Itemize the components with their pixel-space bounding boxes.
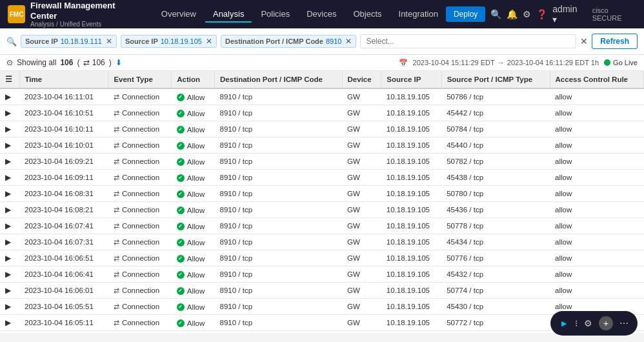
add-button[interactable]: +: [599, 316, 613, 330]
cell-acr: allow: [550, 234, 643, 250]
nav-devices[interactable]: Devices: [299, 6, 344, 23]
cell-action: ✓Allow: [172, 137, 215, 154]
cell-time: 2023-10-04 16:11:01: [19, 88, 108, 105]
cell-action: ✓Allow: [172, 283, 215, 299]
showing-text: Showing all: [17, 58, 56, 67]
logo-area: FMC Firewall Management Center Analysis …: [8, 1, 141, 28]
row-expander[interactable]: ▶: [0, 331, 19, 334]
cell-action: ✓Allow: [172, 218, 215, 234]
row-expander[interactable]: ▶: [0, 299, 19, 315]
col-event-type[interactable]: Event Type: [108, 71, 172, 88]
grid-icon[interactable]: ⁝: [575, 318, 578, 328]
cell-source-ip: 10.18.19.105: [381, 218, 441, 234]
row-expander[interactable]: ▶: [0, 170, 19, 186]
col-dest-port[interactable]: Destination Port / ICMP Code: [215, 71, 343, 88]
cell-action: ✓Allow: [172, 121, 215, 137]
cell-time: 2023-10-04 16:07:41: [19, 218, 108, 234]
breadcrumb: Analysis / Unified Events: [30, 21, 141, 28]
row-expander[interactable]: ▶: [0, 202, 19, 218]
nav-integration[interactable]: Integration: [391, 6, 446, 23]
row-expander[interactable]: ▶: [0, 250, 19, 267]
col-expander: ☰: [0, 71, 19, 88]
cell-time: 2023-10-04 16:08:21: [19, 202, 108, 218]
row-expander[interactable]: ▶: [0, 283, 19, 299]
download-icon[interactable]: ⬇: [116, 58, 122, 67]
cell-time: 2023-10-04 16:08:31: [19, 186, 108, 202]
cell-device: GW: [342, 331, 381, 334]
nav-overview[interactable]: Overview: [154, 6, 204, 23]
table-row: ▶2023-10-04 16:09:21⇄Connection✓Allow891…: [0, 154, 644, 170]
cell-action: ✓Allow: [172, 170, 215, 186]
gear-icon[interactable]: ⚙: [523, 9, 531, 19]
row-expander[interactable]: ▶: [0, 267, 19, 283]
cell-acr: allow: [550, 218, 643, 234]
remove-source-ip-1[interactable]: ✕: [106, 37, 112, 46]
nav-analysis[interactable]: Analysis: [205, 6, 252, 23]
table-options-icon[interactable]: ☰: [5, 75, 12, 83]
row-expander[interactable]: ▶: [0, 218, 19, 234]
row-expander[interactable]: ▶: [0, 315, 19, 331]
time-range: 2023-10-04 15:11:29 EDT → 2023-10-04 16:…: [413, 59, 599, 66]
cell-device: GW: [342, 218, 381, 234]
cell-time: 2023-10-04 16:05:11: [19, 315, 108, 331]
row-expander[interactable]: ▶: [0, 105, 19, 121]
calendar-icon: 📅: [399, 59, 408, 67]
cell-source-ip: 10.18.19.105: [381, 88, 441, 105]
cell-action: ✓Allow: [172, 88, 215, 105]
cell-source-port: 50774 / tcp: [441, 283, 550, 299]
cell-action: ✓Allow: [172, 202, 215, 218]
app-logo: FMC: [8, 5, 25, 23]
filter-chip-dest-port: Destination Port / ICMP Code 8910 ✕: [221, 35, 356, 48]
col-action[interactable]: Action: [172, 71, 215, 88]
nav-policies[interactable]: Policies: [253, 6, 297, 23]
nav-objects[interactable]: Objects: [345, 6, 389, 23]
col-time[interactable]: Time: [19, 71, 108, 88]
status-check-icon: ⊙: [6, 58, 13, 67]
cell-dest-port: 8910 / tcp: [215, 88, 343, 105]
refresh-button[interactable]: Refresh: [592, 34, 638, 49]
cell-dest-port: 8910 / tcp: [215, 137, 343, 154]
cell-time: 2023-10-04 16:10:51: [19, 105, 108, 121]
cell-action: ✓Allow: [172, 331, 215, 334]
col-device[interactable]: Device: [342, 71, 381, 88]
filter-search-icon[interactable]: 🔍: [6, 37, 17, 46]
go-live-button[interactable]: Go Live: [604, 59, 638, 66]
events-arrow-label: ⇄ 106: [83, 58, 105, 67]
cell-event-type: ⇄Connection: [108, 202, 172, 218]
status-bar: ⊙ Showing all 106 ( ⇄ 106 ) ⬇ 📅 2023-10-…: [0, 55, 644, 71]
settings-icon[interactable]: ⚙: [584, 318, 592, 328]
remove-source-ip-2[interactable]: ✕: [206, 37, 212, 46]
table-header-row: ☰ Time Event Type Action Destination Por…: [0, 71, 644, 88]
cell-source-port: 50782 / tcp: [441, 154, 550, 170]
row-expander[interactable]: ▶: [0, 154, 19, 170]
admin-menu[interactable]: admin ▾: [552, 4, 581, 25]
more-icon[interactable]: ⋯: [619, 318, 629, 328]
col-source-port[interactable]: Source Port / ICMP Type: [441, 71, 550, 88]
cell-dest-port: 8910 / tcp: [215, 202, 343, 218]
status-left: ⊙ Showing all 106 ( ⇄ 106 ) ⬇: [6, 58, 122, 67]
cell-acr: allow: [550, 267, 643, 283]
remove-dest-port[interactable]: ✕: [345, 37, 352, 46]
cell-event-type: ⇄Connection: [108, 267, 172, 283]
col-source-ip[interactable]: Source IP: [381, 71, 441, 88]
deploy-button[interactable]: Deploy: [446, 6, 485, 22]
col-acr[interactable]: Access Control Rule: [550, 71, 643, 88]
terminal-icon[interactable]: ►: [559, 318, 569, 328]
filter-select-input[interactable]: [360, 34, 576, 48]
cell-time: 2023-10-04 16:06:51: [19, 250, 108, 267]
filter-clear-button[interactable]: ✕: [580, 36, 588, 46]
notification-icon[interactable]: 🔔: [507, 9, 518, 19]
row-expander[interactable]: ▶: [0, 137, 19, 154]
cell-event-type: ⇄Connection: [108, 218, 172, 234]
source-ip-value-1: 10.18.19.111: [61, 37, 102, 45]
filter-chip-source-ip-1: Source IP 10.18.19.111 ✕: [21, 35, 117, 48]
cell-dest-port: 8910 / tcp: [215, 299, 343, 315]
row-expander[interactable]: ▶: [0, 234, 19, 250]
row-expander[interactable]: ▶: [0, 121, 19, 137]
row-expander[interactable]: ▶: [0, 186, 19, 202]
help-icon[interactable]: ❓: [536, 9, 547, 19]
cell-action: ✓Allow: [172, 299, 215, 315]
row-expander[interactable]: ▶: [0, 88, 19, 105]
source-ip-label-2: Source IP: [125, 37, 158, 45]
search-icon[interactable]: 🔍: [490, 9, 501, 19]
